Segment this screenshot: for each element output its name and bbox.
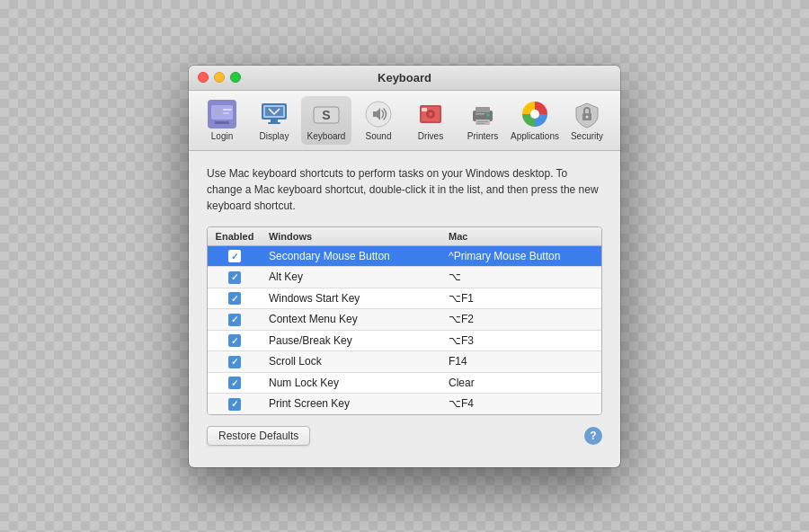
svg-rect-24: [477, 123, 485, 124]
display-icon: [260, 100, 289, 129]
svg-point-28: [530, 110, 539, 119]
row-mac: ⌥F3: [441, 330, 601, 351]
toolbar-label-drives: Drives: [418, 131, 443, 141]
svg-rect-10: [268, 122, 280, 124]
toolbar-item-applications[interactable]: Applications: [510, 96, 560, 145]
row-enabled: ✓: [208, 330, 262, 351]
applications-icon: [520, 100, 549, 129]
printers-icon: [468, 100, 497, 129]
row-mac: ⌥: [441, 267, 601, 288]
svg-rect-19: [422, 108, 427, 111]
row-windows: Windows Start Key: [262, 288, 441, 309]
table-row[interactable]: ✓ Secondary Mouse Button ^Primary Mouse …: [208, 245, 601, 267]
toolbar-item-drives[interactable]: Drives: [405, 96, 456, 145]
table-row[interactable]: ✓ Windows Start Key ⌥F1: [208, 288, 601, 309]
svg-rect-5: [223, 112, 229, 114]
row-enabled: ✓: [208, 245, 262, 267]
svg-rect-1: [211, 105, 233, 120]
svg-rect-26: [476, 113, 485, 115]
toolbar-label-keyboard: Keyboard: [307, 131, 346, 141]
toolbar-item-printers[interactable]: Printers: [458, 96, 508, 145]
toolbar-label-login: Login: [211, 131, 233, 141]
svg-text:S: S: [322, 108, 330, 122]
table-row[interactable]: ✓ Num Lock Key Clear: [208, 372, 601, 394]
toolbar-item-display[interactable]: Display: [249, 96, 299, 145]
traffic-lights: [198, 72, 241, 83]
toolbar-item-security[interactable]: Security: [562, 96, 612, 145]
row-windows: Scroll Lock: [262, 351, 441, 373]
svg-rect-3: [215, 109, 221, 115]
content-area: Use Mac keyboard shortcuts to perform ta…: [189, 151, 620, 467]
checkbox-icon: ✓: [228, 398, 241, 411]
row-mac: ⌥F1: [441, 288, 601, 309]
svg-rect-6: [215, 121, 229, 124]
svg-rect-21: [476, 107, 490, 112]
svg-rect-9: [271, 120, 278, 122]
toolbar-label-display: Display: [260, 131, 289, 141]
table-row[interactable]: ✓ Print Screen Key ⌥F4: [208, 394, 601, 414]
row-enabled: ✓: [208, 351, 262, 373]
row-windows: Num Lock Key: [262, 372, 441, 394]
row-windows: Context Menu Key: [262, 309, 441, 331]
toolbar-label-security: Security: [571, 131, 603, 141]
description-text: Use Mac keyboard shortcuts to perform ta…: [207, 165, 602, 214]
row-mac: F14: [441, 351, 601, 373]
sound-icon: [364, 100, 393, 129]
toolbar-item-sound[interactable]: Sound: [353, 96, 404, 145]
row-enabled: ✓: [208, 288, 262, 309]
shortcuts-table-container: Enabled Windows Mac ✓ Secondary Mouse Bu…: [207, 226, 602, 415]
row-enabled: ✓: [208, 267, 262, 288]
row-windows: Print Screen Key: [262, 394, 441, 414]
table-row[interactable]: ✓ Scroll Lock F14: [208, 351, 601, 373]
svg-point-30: [586, 115, 589, 118]
keyboard-icon: S: [312, 100, 341, 129]
title-bar: Keyboard: [189, 66, 620, 91]
checkbox-icon: ✓: [228, 271, 241, 284]
row-windows: Pause/Break Key: [262, 330, 441, 351]
table-row[interactable]: ✓ Context Menu Key ⌥F2: [208, 309, 601, 331]
shortcuts-table: Enabled Windows Mac ✓ Secondary Mouse Bu…: [208, 227, 601, 414]
toolbar-item-keyboard[interactable]: S Keyboard: [301, 96, 351, 145]
row-mac: ⌥F4: [441, 394, 601, 414]
row-mac: ^Primary Mouse Button: [441, 245, 601, 267]
toolbar: Login Display S: [189, 91, 620, 151]
table-row[interactable]: ✓ Pause/Break Key ⌥F3: [208, 330, 601, 351]
checkbox-icon: ✓: [228, 334, 241, 347]
row-mac: Clear: [441, 372, 601, 394]
restore-defaults-button[interactable]: Restore Defaults: [207, 426, 310, 446]
drives-icon: [416, 100, 445, 129]
window-title: Keyboard: [378, 71, 431, 84]
checkbox-icon: ✓: [228, 314, 241, 326]
svg-rect-23: [477, 121, 488, 122]
row-windows: Secondary Mouse Button: [262, 245, 441, 267]
svg-point-18: [429, 112, 432, 116]
checkbox-icon: ✓: [228, 250, 241, 262]
login-icon: [208, 100, 236, 129]
svg-point-25: [486, 113, 490, 117]
table-header: Enabled Windows Mac: [208, 227, 601, 246]
checkbox-icon: ✓: [228, 377, 241, 389]
svg-rect-4: [223, 109, 232, 111]
footer: Restore Defaults ?: [207, 426, 602, 449]
col-header-enabled: Enabled: [208, 227, 262, 246]
row-windows: Alt Key: [262, 267, 441, 288]
table-row[interactable]: ✓ Alt Key ⌥: [208, 267, 601, 288]
checkbox-icon: ✓: [228, 292, 241, 305]
row-enabled: ✓: [208, 372, 262, 394]
close-button[interactable]: [198, 72, 209, 83]
table-body: ✓ Secondary Mouse Button ^Primary Mouse …: [208, 245, 601, 414]
keyboard-window: Keyboard Login: [189, 66, 620, 467]
maximize-button[interactable]: [230, 72, 241, 83]
col-header-windows: Windows: [262, 227, 441, 246]
checkbox-icon: ✓: [228, 356, 241, 368]
minimize-button[interactable]: [214, 72, 225, 83]
help-button[interactable]: ?: [584, 427, 602, 445]
row-enabled: ✓: [208, 309, 262, 331]
security-icon: [573, 100, 601, 129]
col-header-mac: Mac: [441, 227, 601, 246]
toolbar-label-printers: Printers: [467, 131, 498, 141]
toolbar-label-applications: Applications: [511, 131, 559, 141]
toolbar-label-sound: Sound: [366, 131, 392, 141]
row-enabled: ✓: [208, 394, 262, 414]
toolbar-item-login[interactable]: Login: [197, 96, 247, 145]
